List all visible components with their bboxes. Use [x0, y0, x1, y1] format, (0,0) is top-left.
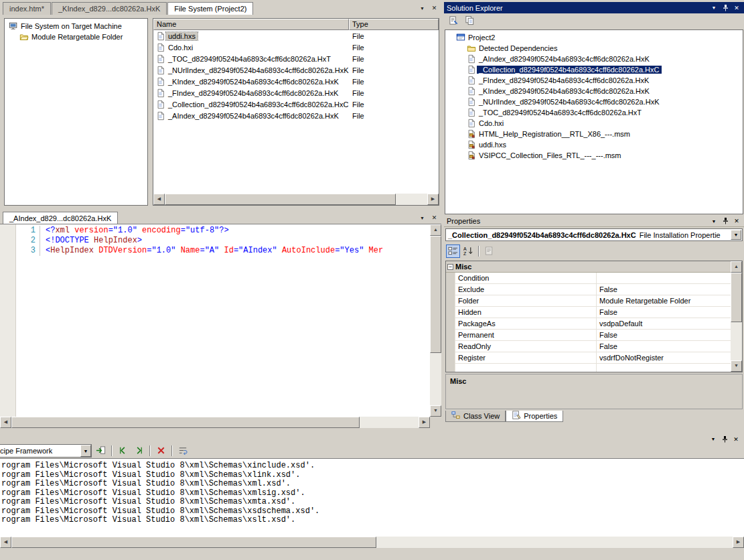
- close-document-icon[interactable]: ✕: [429, 213, 439, 222]
- file-row[interactable]: uddi.hxs File: [153, 30, 439, 42]
- file-row[interactable]: _KIndex_d82949f0524b4a6893c4cff6dc80262a…: [153, 76, 439, 87]
- window-position-chevron-icon[interactable]: ▼: [709, 217, 719, 226]
- file-row[interactable]: Cdo.hxi File: [153, 42, 439, 53]
- document-tab[interactable]: File System (Project2): [167, 2, 253, 15]
- property-value[interactable]: False: [597, 341, 731, 352]
- solution-tree-item[interactable]: _KIndex_d82949f0524b4a6893c4cff6dc80262a…: [445, 86, 743, 96]
- property-value[interactable]: vsdpaDefault: [597, 318, 731, 330]
- toolbar-button[interactable]: [116, 444, 130, 458]
- scroll-left-icon[interactable]: ◀: [153, 194, 165, 205]
- property-row[interactable]: Condition: [446, 273, 731, 284]
- solution-explorer-titlebar[interactable]: Solution Explorer ▼ ✕: [444, 2, 744, 13]
- properties-titlebar[interactable]: Properties ▼ ✕: [444, 216, 744, 227]
- file-row[interactable]: _Collection_d82949f0524b4a6893c4cff6dc80…: [153, 98, 439, 110]
- solution-tree-item[interactable]: VSIPCC_Collection_Files_RTL_---_---.msm: [445, 150, 743, 161]
- property-value[interactable]: False: [597, 284, 731, 295]
- toolbar-button[interactable]: [94, 444, 108, 458]
- scrollbar-thumb[interactable]: [11, 417, 360, 428]
- toolbar-button[interactable]: [463, 15, 477, 28]
- scroll-up-icon[interactable]: ▲: [430, 224, 441, 236]
- scroll-down-icon[interactable]: ▼: [731, 360, 742, 372]
- toolbar-button[interactable]: [482, 244, 496, 258]
- scroll-left-icon[interactable]: ◀: [0, 537, 11, 548]
- toolbar-button[interactable]: [171, 445, 173, 456]
- output-titlebar[interactable]: ▼ ✕: [0, 434, 744, 443]
- scroll-right-icon[interactable]: ▶: [427, 194, 439, 205]
- property-row[interactable]: Register vsdrfDoNotRegister: [446, 352, 731, 364]
- auto-hide-pin-icon[interactable]: [721, 3, 730, 12]
- scrollbar-thumb[interactable]: [165, 194, 396, 205]
- toolbar-button[interactable]: [447, 15, 461, 28]
- scroll-right-icon[interactable]: ▶: [419, 417, 430, 428]
- close-icon[interactable]: ✕: [732, 3, 741, 12]
- combobox-dropdown-icon[interactable]: ▼: [731, 230, 741, 240]
- window-position-chevron-icon[interactable]: ▼: [709, 3, 719, 12]
- scrollbar-thumb[interactable]: [731, 273, 742, 322]
- output-text-area[interactable]: rogram Files\Microsoft Visual Studio 8\x…: [0, 458, 744, 537]
- scroll-up-icon[interactable]: ▲: [731, 261, 742, 273]
- toolbar-button[interactable]: [446, 244, 460, 258]
- solution-tree-item[interactable]: uddi.hxs: [445, 139, 743, 150]
- category-row[interactable]: − Misc: [446, 261, 731, 273]
- file-row[interactable]: _TOC_d82949f0524b4a6893c4cff6dc80262a.Hx…: [153, 53, 439, 64]
- solution-tree-item[interactable]: _TOC_d82949f0524b4a6893c4cff6dc80262a.Hx…: [445, 107, 743, 118]
- property-row[interactable]: ReadOnly False: [446, 341, 731, 352]
- window-position-chevron-icon[interactable]: ▼: [709, 435, 718, 443]
- property-value[interactable]: vsdrfDoNotRegister: [597, 352, 731, 364]
- close-icon[interactable]: ✕: [731, 435, 741, 443]
- solution-tree-item[interactable]: _NUrlIndex_d82949f0524b4a6893c4cff6dc802…: [445, 96, 743, 107]
- scrollbar-thumb[interactable]: [11, 537, 376, 548]
- property-value[interactable]: False: [597, 307, 731, 318]
- scrollbar-thumb[interactable]: [430, 236, 441, 353]
- property-row[interactable]: Exclude False: [446, 284, 731, 295]
- panel-tab[interactable]: Properties: [506, 411, 563, 422]
- show-output-from-combobox[interactable]: cipe Framework ▼: [0, 444, 92, 458]
- solution-tree-item[interactable]: _FIndex_d82949f0524b4a6893c4cff6dc80262a…: [445, 75, 743, 86]
- toolbar-button[interactable]: [176, 444, 190, 458]
- tree-item[interactable]: Module Retargetable Folder: [5, 31, 147, 42]
- column-header-name[interactable]: Name: [153, 19, 349, 30]
- property-row[interactable]: Hidden False: [446, 307, 731, 318]
- toolbar-button[interactable]: [111, 445, 113, 456]
- toolbar-button[interactable]: [149, 445, 151, 456]
- toolbar-button[interactable]: [132, 444, 146, 458]
- auto-hide-pin-icon[interactable]: [721, 217, 730, 226]
- object-selector-combobox[interactable]: _Collection_d82949f0524b4a6893c4cff6dc80…: [445, 228, 743, 241]
- scroll-right-icon[interactable]: ▶: [733, 537, 744, 548]
- target-machine-tree[interactable]: File System on Target Machine Module Ret…: [4, 18, 148, 206]
- property-row-clipped[interactable]: [446, 364, 731, 372]
- toolbar-button[interactable]: [154, 444, 168, 458]
- solution-tree-item[interactable]: HTML_Help_Registration__RTL_X86_---.msm: [445, 129, 743, 139]
- close-icon[interactable]: ✕: [732, 217, 741, 226]
- close-document-icon[interactable]: ✕: [429, 3, 439, 13]
- document-tab[interactable]: index.htm*: [3, 2, 51, 15]
- column-header-type[interactable]: Type: [349, 19, 439, 30]
- file-row[interactable]: _AIndex_d82949f0524b4a6893c4cff6dc80262a…: [153, 110, 439, 121]
- tab-list-chevron-icon[interactable]: ▼: [417, 3, 427, 13]
- solution-tree-item[interactable]: _Collection_d82949f0524b4a6893c4cff6dc80…: [445, 64, 743, 75]
- scroll-left-icon[interactable]: ◀: [0, 417, 11, 428]
- property-value[interactable]: False: [597, 330, 731, 341]
- scroll-down-icon[interactable]: ▼: [430, 405, 441, 417]
- property-value[interactable]: [597, 273, 731, 284]
- property-value[interactable]: Module Retargetable Folder: [597, 295, 731, 307]
- solution-tree-item[interactable]: _AIndex_d82949f0524b4a6893c4cff6dc80262a…: [445, 54, 743, 64]
- toolbar-button[interactable]: [478, 246, 479, 257]
- editor-tab[interactable]: _AIndex_d829...dc80262a.HxK: [3, 212, 118, 224]
- solution-tree-item[interactable]: Cdo.hxi: [445, 118, 743, 129]
- panel-tab[interactable]: Class View: [445, 411, 506, 422]
- file-row[interactable]: _NUrlIndex_d82949f0524b4a6893c4cff6dc802…: [153, 64, 439, 76]
- property-row[interactable]: Permanent False: [446, 330, 731, 341]
- file-row[interactable]: _FIndex_d82949f0524b4a6893c4cff6dc80262a…: [153, 87, 439, 98]
- property-row[interactable]: PackageAs vsdpaDefault: [446, 318, 731, 330]
- auto-hide-pin-icon[interactable]: [720, 435, 729, 443]
- document-tab[interactable]: _KIndex_d829...dc80262a.HxK: [52, 2, 167, 15]
- solution-tree[interactable]: Project2 Detected Dependencies _AIndex_d…: [445, 29, 743, 214]
- combobox-dropdown-icon[interactable]: ▼: [80, 445, 91, 457]
- property-row[interactable]: Folder Module Retargetable Folder: [446, 295, 731, 307]
- solution-tree-item[interactable]: Project2: [445, 32, 743, 43]
- collapse-expander-icon[interactable]: −: [447, 264, 453, 270]
- tree-item[interactable]: File System on Target Machine: [5, 21, 147, 31]
- toolbar-button[interactable]: AZ: [461, 244, 475, 258]
- tab-list-chevron-icon[interactable]: ▼: [417, 213, 427, 222]
